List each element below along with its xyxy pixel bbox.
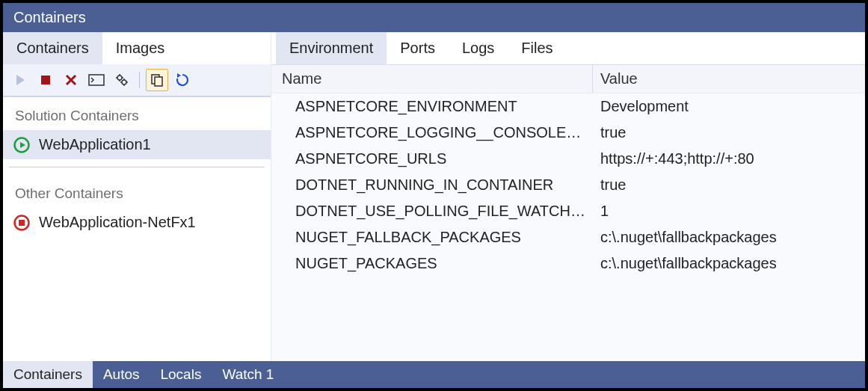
env-grid-rows: ASPNETCORE_ENVIRONMENT Development ASPNE… [271,93,865,361]
bottom-tab-autos[interactable]: Autos [93,361,150,388]
left-panel: Containers Images [3,32,271,361]
svg-rect-11 [19,220,25,226]
column-header-value[interactable]: Value [593,65,865,93]
bottom-tab-containers[interactable]: Containers [3,361,93,388]
left-tabstrip: Containers Images [3,32,271,64]
terminal-button[interactable] [85,69,108,91]
svg-marker-9 [20,142,25,148]
section-divider [9,167,265,167]
tab-logs[interactable]: Logs [449,32,508,64]
env-var-value: true [593,124,865,141]
env-var-value: https://+:443;http://+:80 [593,150,865,167]
svg-rect-2 [89,75,104,85]
env-var-value: 1 [593,203,865,220]
env-var-value: c:\.nuget\fallbackpackages [593,255,865,272]
refresh-icon [175,73,190,87]
toolbar-separator [139,72,140,88]
env-row[interactable]: DOTNET_RUNNING_IN_CONTAINER true [271,172,865,198]
svg-rect-6 [155,77,162,86]
env-grid-header: Name Value [271,64,865,93]
refresh-button[interactable] [171,69,194,91]
container-item-webapplication-netfx1[interactable]: WebApplication-NetFx1 [3,208,271,237]
env-var-name: DOTNET_USE_POLLING_FILE_WATCHER [271,203,593,220]
container-name-label: WebApplication1 [39,136,151,153]
gears-icon [114,73,129,87]
env-var-name: NUGET_PACKAGES [271,255,593,272]
x-icon [64,73,78,87]
tab-containers[interactable]: Containers [3,32,102,64]
container-item-webapplication1[interactable]: WebApplication1 [3,130,271,159]
env-var-name: DOTNET_RUNNING_IN_CONTAINER [271,176,593,194]
env-var-name: ASPNETCORE_LOGGING__CONSOLE__DISA... [271,124,593,141]
env-row[interactable]: ASPNETCORE_ENVIRONMENT Development [271,93,865,120]
play-icon [13,73,27,87]
start-button[interactable] [9,69,31,91]
env-var-name: ASPNETCORE_ENVIRONMENT [271,98,593,115]
svg-marker-0 [16,75,25,85]
other-containers-heading: Other Containers [3,175,271,208]
tab-files[interactable]: Files [508,32,566,64]
svg-point-3 [117,76,122,80]
window-title: Containers [3,3,865,32]
env-var-value: true [593,176,865,194]
svg-marker-7 [177,73,181,78]
env-row[interactable]: NUGET_PACKAGES c:\.nuget\fallbackpackage… [271,250,865,277]
env-var-value: c:\.nuget\fallbackpackages [593,229,865,246]
bottom-tab-locals[interactable]: Locals [150,361,212,388]
env-var-name: ASPNETCORE_URLS [271,150,593,167]
stop-button[interactable] [34,69,57,91]
env-var-value: Development [593,98,865,115]
containers-tool-window: Containers Containers Images [2,2,866,389]
compose-button[interactable] [111,69,133,91]
running-status-icon [13,137,30,153]
tab-images[interactable]: Images [102,32,179,64]
container-name-label: WebApplication-NetFx1 [39,214,196,231]
env-var-name: NUGET_FALLBACK_PACKAGES [271,229,593,246]
env-row[interactable]: ASPNETCORE_LOGGING__CONSOLE__DISA... tru… [271,120,865,146]
terminal-icon [88,74,105,86]
solution-containers-heading: Solution Containers [3,97,271,130]
svg-point-4 [122,80,126,84]
tab-environment[interactable]: Environment [276,32,387,64]
window-body: Containers Images [3,32,865,361]
env-row[interactable]: DOTNET_USE_POLLING_FILE_WATCHER 1 [271,198,865,224]
stopped-status-icon [13,215,30,231]
svg-rect-1 [41,76,50,84]
remove-button[interactable] [60,69,82,91]
copy-icon [150,73,164,87]
bottom-tabstrip: Containers Autos Locals Watch 1 [3,361,865,388]
copy-button[interactable] [146,69,168,91]
tab-ports[interactable]: Ports [387,32,449,64]
column-header-name[interactable]: Name [271,65,593,93]
bottom-tab-watch1[interactable]: Watch 1 [212,361,284,388]
env-row[interactable]: ASPNETCORE_URLS https://+:443;http://+:8… [271,146,865,172]
stop-icon [40,74,52,86]
containers-toolbar [3,64,271,97]
detail-tabstrip: Environment Ports Logs Files [271,32,865,64]
env-row[interactable]: NUGET_FALLBACK_PACKAGES c:\.nuget\fallba… [271,224,865,250]
detail-panel: Environment Ports Logs Files Name Value … [271,32,865,361]
